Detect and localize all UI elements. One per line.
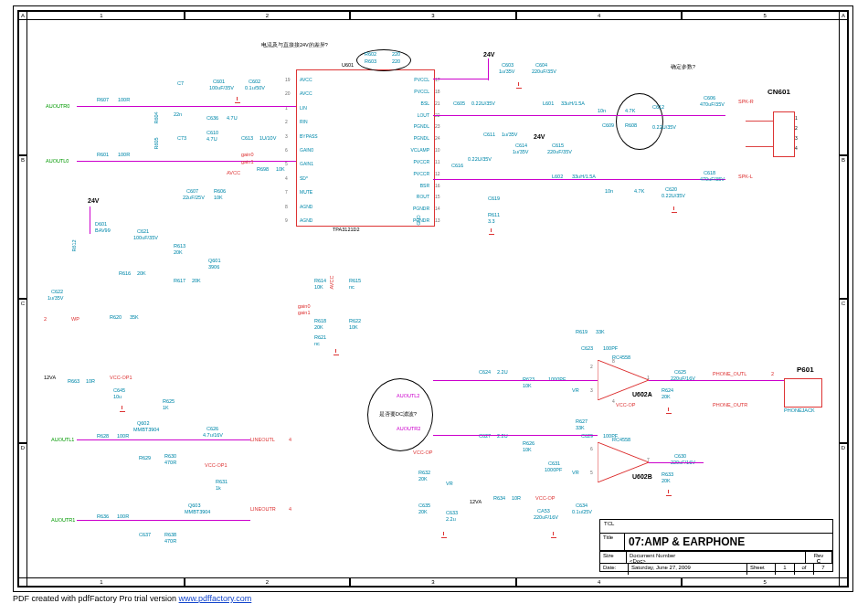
callout-ellipse-mid: [367, 378, 433, 451]
l602-ref: L602: [552, 174, 563, 179]
p601-part: PHONEJACK: [784, 408, 815, 413]
r631-val: 1k: [216, 485, 221, 491]
c629-val: 100PF: [603, 433, 618, 439]
rail-vccop1-b: VCC-OP1: [205, 462, 227, 468]
r605-ref: R605: [153, 137, 159, 149]
u601-pin-agnd: AGND: [300, 217, 312, 223]
r627-ref: R627: [576, 418, 587, 424]
r607-ref: R607: [97, 97, 109, 102]
wire: [433, 179, 725, 180]
tb-date: Saturday, June 27, 2009: [629, 564, 747, 575]
u601-pinnum: 23: [435, 123, 440, 129]
c610-ref: C610: [206, 130, 218, 135]
u601-pinnum: 2: [285, 119, 288, 124]
wire: [77, 106, 296, 107]
u601-pinnum: 7: [285, 189, 288, 195]
r636-val: 100R: [117, 513, 129, 519]
r634-val: 10R: [512, 495, 521, 501]
footer-link[interactable]: www.pdffactory.com: [179, 594, 252, 603]
u601-pin-agnd: AGND: [300, 204, 312, 209]
r626-val: 10K: [523, 447, 532, 452]
u601-pin-pvccr: PVCCR: [400, 159, 429, 164]
c606-val: 470uF/35V: [700, 101, 725, 107]
net-auoutl2: AUOUTL2: [397, 393, 419, 398]
c630-ref: C630: [674, 453, 686, 459]
r602-ref: R602: [365, 51, 376, 57]
gain0-net: gain0: [298, 303, 310, 309]
net-auoutr0: AUOUTR0: [46, 103, 69, 109]
r601-ref: R601: [97, 152, 109, 157]
inner-frame: 12345 12345 ABCD ABCD U601 TPA3121D2 AVC…: [17, 10, 849, 588]
u601-pinnum: 16: [435, 183, 440, 188]
c611-val: 1u/35V: [502, 132, 517, 137]
r606-val: 10K: [214, 195, 223, 200]
r629-ref: R629: [139, 455, 151, 460]
schematic-canvas: U601 TPA3121D2 AVCC19AVCC20LIN1RIN2BYPAS…: [31, 24, 835, 574]
conn-cn601: [773, 111, 795, 157]
c607-ref: C607: [186, 188, 198, 194]
tb-size-lbl: Size: [600, 552, 627, 563]
r631-ref: R631: [216, 479, 228, 484]
c601-val: 100uF/35V: [209, 85, 234, 90]
c645-ref: C645: [113, 387, 125, 393]
u602a-pin2: 2: [590, 364, 593, 369]
vcc-op-out: VCC-OP: [535, 495, 555, 501]
gnd-icon: [671, 206, 678, 214]
r633-ref: R633: [662, 471, 673, 477]
r638-val: 470R: [164, 538, 176, 544]
r622-val: 10K: [349, 324, 358, 330]
net-wp-pin: 2: [44, 316, 47, 322]
r617-val: 20K: [192, 278, 201, 283]
tb-of: of: [795, 564, 814, 575]
gain0-lbl: gain0: [241, 152, 253, 157]
cn601-pin-3: 3: [795, 135, 798, 141]
c626-val: 4.7u/16V: [203, 432, 223, 438]
c615-val: 220uF/35V: [547, 149, 572, 154]
c613-val: 1U/10V: [259, 135, 276, 141]
wire: [90, 206, 90, 234]
wire: [77, 439, 250, 440]
c618-val: 470uF/35V: [700, 176, 725, 182]
r613-val: 20K: [174, 249, 183, 255]
r619-val: 33K: [596, 329, 605, 334]
u601-pin-bsl: BSL: [400, 101, 429, 106]
r617-ref: R617: [174, 278, 185, 283]
u601-pinnum: 14: [435, 206, 440, 211]
callout-ellipse-right: [616, 93, 663, 150]
r698-val: 10K: [276, 166, 285, 172]
u602a-pin4: 4: [612, 398, 615, 404]
r608-lbl: 4.7K: [625, 108, 635, 113]
gnd-icon: [333, 349, 340, 356]
u601-pin-sd*: SD*: [300, 175, 308, 181]
u601-pin-pvccr: PVCCR: [400, 171, 429, 176]
wire: [746, 121, 773, 122]
rail-24v-left: 24V: [88, 197, 99, 204]
wire: [649, 380, 784, 381]
r628-ref: R628: [97, 433, 109, 439]
r616-ref: R616: [119, 270, 131, 276]
u601-pinnum: 11: [435, 159, 440, 164]
c620-val: 0.22U/35V: [662, 193, 685, 198]
r610-lbl: 4.7K: [634, 188, 644, 194]
r614-ref: R614: [314, 278, 326, 283]
r625-ref: R625: [163, 398, 175, 404]
u601-pinnum: 21: [435, 101, 440, 106]
c609-ref: C609: [602, 122, 614, 128]
gnd-icon: [550, 532, 557, 539]
net-auoutr1: AUOUTR1: [51, 517, 75, 523]
r638-ref: R638: [164, 532, 176, 537]
gnd-icon: [440, 532, 448, 539]
r634-ref: R634: [493, 495, 505, 501]
q603-val: MMBT3904: [185, 509, 210, 514]
u601-pin-rin: RIN: [300, 119, 308, 124]
c604-ref: C604: [535, 62, 547, 68]
u601-pin-lin: LIN: [300, 105, 307, 111]
c612-val: 0.22U/35V: [652, 124, 676, 130]
wire: [433, 380, 598, 381]
c653-ref: CA53: [537, 508, 550, 513]
u601-pinnum: 13: [435, 217, 440, 223]
note-top: 电流及与直接接24V的差异?: [261, 42, 328, 48]
c653-val: 220uF/16V: [534, 514, 558, 520]
d601-ref: D601: [95, 221, 107, 227]
rail-12va: 12VA: [44, 375, 56, 380]
